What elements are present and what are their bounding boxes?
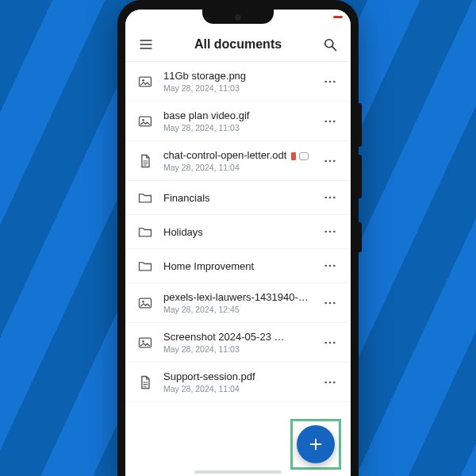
file-name: base plan video.gif bbox=[163, 109, 311, 121]
image-thumb bbox=[136, 294, 154, 312]
phone-notch bbox=[202, 10, 274, 24]
svg-point-11 bbox=[324, 159, 327, 162]
list-item[interactable]: Support-session.pdfMay 28, 2024, 11:04 bbox=[125, 363, 351, 402]
doc-thumb bbox=[136, 152, 154, 170]
document-icon bbox=[137, 374, 153, 390]
file-name: chat-control-open-letter.odt bbox=[163, 149, 311, 161]
search-button[interactable] bbox=[319, 33, 341, 56]
list-item[interactable]: Financials bbox=[125, 181, 351, 215]
power-button bbox=[359, 222, 362, 252]
svg-point-3 bbox=[324, 80, 327, 83]
svg-point-17 bbox=[324, 231, 327, 233]
more-button[interactable] bbox=[321, 296, 340, 310]
image-icon bbox=[137, 295, 153, 311]
svg-point-13 bbox=[333, 159, 336, 162]
more-icon bbox=[323, 225, 337, 239]
priority-badge-icon bbox=[291, 152, 296, 160]
more-icon bbox=[323, 375, 337, 390]
svg-point-32 bbox=[333, 341, 336, 344]
file-name: Screenshot 2024-05-23 … bbox=[163, 331, 311, 343]
file-meta: Home Improvement bbox=[163, 260, 311, 272]
add-button[interactable] bbox=[297, 425, 335, 463]
list-item[interactable]: Holidays bbox=[125, 215, 351, 249]
svg-point-22 bbox=[333, 265, 336, 267]
svg-point-20 bbox=[324, 265, 327, 267]
svg-point-12 bbox=[329, 159, 332, 162]
phone-frame: All documents 11Gb storage.pngMay 28, 20… bbox=[117, 0, 359, 476]
image-icon bbox=[137, 74, 153, 90]
svg-point-16 bbox=[333, 197, 336, 199]
folder-thumb bbox=[136, 257, 154, 274]
svg-point-19 bbox=[333, 231, 336, 233]
search-icon bbox=[322, 36, 338, 52]
document-icon bbox=[137, 153, 153, 169]
list-item[interactable]: Screenshot 2024-05-23 …May 28, 2024, 11:… bbox=[125, 323, 351, 363]
file-name: pexels-lexi-lauwers-1431940-1… bbox=[163, 291, 311, 303]
fab-highlight bbox=[290, 419, 341, 470]
screen: All documents 11Gb storage.pngMay 28, 20… bbox=[125, 10, 351, 476]
svg-point-27 bbox=[333, 301, 336, 304]
file-meta: Screenshot 2024-05-23 …May 28, 2024, 11:… bbox=[163, 331, 311, 354]
more-button[interactable] bbox=[321, 154, 340, 168]
svg-point-2 bbox=[142, 79, 144, 82]
file-name: 11Gb storage.png bbox=[163, 70, 311, 82]
file-meta: Financials bbox=[163, 192, 311, 204]
more-button[interactable] bbox=[321, 225, 340, 239]
image-thumb bbox=[136, 73, 154, 90]
file-date: May 28, 2024, 11:03 bbox=[163, 344, 311, 354]
more-button[interactable] bbox=[321, 114, 340, 129]
svg-point-30 bbox=[324, 341, 327, 344]
doc-thumb bbox=[136, 374, 154, 391]
comment-badge-icon bbox=[299, 152, 309, 160]
page-title: All documents bbox=[194, 37, 282, 52]
more-button[interactable] bbox=[321, 336, 340, 350]
more-button[interactable] bbox=[321, 190, 340, 205]
file-date: May 28, 2024, 11:04 bbox=[163, 163, 311, 172]
file-meta: chat-control-open-letter.odtMay 28, 2024… bbox=[163, 149, 311, 172]
volume-down-button bbox=[359, 155, 362, 198]
list-item[interactable]: Home Improvement bbox=[125, 249, 351, 283]
menu-button[interactable] bbox=[135, 33, 157, 56]
svg-point-8 bbox=[324, 120, 327, 122]
file-date: May 28, 2024, 11:04 bbox=[163, 384, 311, 393]
file-date: May 28, 2024, 11:03 bbox=[163, 83, 311, 93]
file-badges bbox=[291, 152, 309, 160]
svg-point-14 bbox=[324, 197, 327, 199]
list-item[interactable]: base plan video.gifMay 28, 2024, 11:03 bbox=[125, 102, 351, 141]
more-button[interactable] bbox=[321, 259, 340, 273]
more-icon bbox=[323, 296, 337, 310]
list-item[interactable]: 11Gb storage.pngMay 28, 2024, 11:03 bbox=[125, 62, 351, 102]
file-name: Financials bbox=[163, 192, 311, 204]
folder-icon bbox=[137, 224, 153, 240]
svg-point-34 bbox=[329, 381, 332, 383]
svg-point-26 bbox=[329, 301, 332, 304]
app-header: All documents bbox=[125, 27, 351, 62]
more-icon bbox=[323, 75, 337, 89]
more-icon bbox=[323, 154, 337, 168]
svg-point-25 bbox=[324, 301, 327, 304]
more-button[interactable] bbox=[321, 75, 340, 89]
svg-point-9 bbox=[329, 120, 332, 122]
svg-point-0 bbox=[325, 39, 333, 47]
file-name: Home Improvement bbox=[163, 260, 311, 272]
file-meta: Support-session.pdfMay 28, 2024, 11:04 bbox=[163, 370, 311, 393]
svg-point-5 bbox=[333, 80, 336, 83]
list-item[interactable]: pexels-lexi-lauwers-1431940-1…May 28, 20… bbox=[125, 283, 351, 323]
file-meta: base plan video.gifMay 28, 2024, 11:03 bbox=[163, 109, 311, 132]
more-icon bbox=[323, 114, 337, 129]
file-name: Holidays bbox=[163, 226, 311, 238]
svg-point-24 bbox=[142, 301, 144, 303]
more-icon bbox=[323, 259, 337, 273]
file-date: May 28, 2024, 12:45 bbox=[163, 305, 311, 314]
plus-icon bbox=[307, 436, 324, 453]
file-list[interactable]: 11Gb storage.pngMay 28, 2024, 11:03base … bbox=[125, 62, 351, 476]
svg-point-35 bbox=[333, 381, 336, 383]
list-item[interactable]: chat-control-open-letter.odtMay 28, 2024… bbox=[125, 141, 351, 181]
more-button[interactable] bbox=[321, 375, 340, 390]
file-meta: 11Gb storage.pngMay 28, 2024, 11:03 bbox=[163, 70, 311, 93]
folder-thumb bbox=[136, 223, 154, 240]
svg-point-15 bbox=[329, 197, 332, 199]
battery-low-icon bbox=[333, 16, 343, 18]
file-meta: Holidays bbox=[163, 226, 311, 238]
svg-point-18 bbox=[329, 231, 332, 233]
